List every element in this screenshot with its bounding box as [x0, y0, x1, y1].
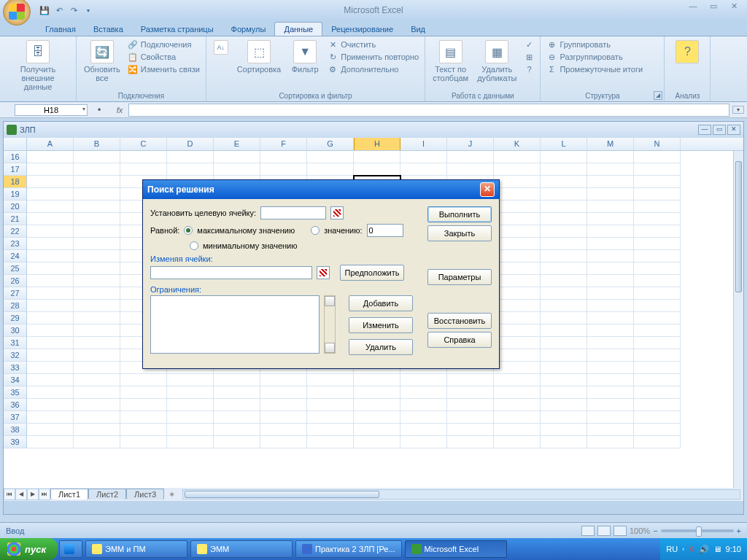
cell[interactable]: [400, 386, 447, 399]
pagebreak-view-button[interactable]: [614, 526, 627, 536]
cell[interactable]: [307, 151, 354, 163]
cell[interactable]: [587, 337, 634, 349]
cell[interactable]: [74, 424, 120, 436]
scrollbar-thumb[interactable]: [735, 161, 742, 292]
cell[interactable]: [27, 411, 74, 424]
row-header[interactable]: 32: [4, 349, 27, 362]
cell[interactable]: [27, 213, 74, 225]
tray-kaspersky-icon[interactable]: K: [689, 545, 694, 553]
cell[interactable]: [587, 362, 634, 374]
sheet-tab[interactable]: Лист2: [88, 489, 126, 499]
cell[interactable]: [587, 163, 634, 176]
restore-button[interactable]: Восстановить: [427, 313, 492, 329]
cell[interactable]: [494, 201, 541, 213]
tab-data[interactable]: Данные: [274, 22, 322, 36]
cell[interactable]: [634, 399, 681, 411]
cell[interactable]: [27, 349, 74, 362]
cell[interactable]: [494, 349, 541, 362]
sheet-tab[interactable]: Лист3: [126, 489, 164, 499]
taskbar-item[interactable]: ЭММ: [190, 540, 293, 558]
edit-links-button[interactable]: 🔀Изменить связи: [126, 63, 201, 75]
zoom-slider[interactable]: [661, 529, 734, 532]
cell[interactable]: [120, 151, 167, 163]
changing-cells-input[interactable]: [150, 266, 312, 279]
radio-min[interactable]: [190, 241, 198, 250]
guess-button[interactable]: Предположить: [340, 265, 404, 281]
cell[interactable]: [587, 238, 634, 250]
delete-constraint-button[interactable]: Удалить: [349, 339, 413, 355]
cell[interactable]: [260, 386, 307, 399]
fx-icon[interactable]: fx: [111, 106, 128, 114]
range-picker-icon[interactable]: [330, 206, 344, 219]
sheet-tab[interactable]: Лист1: [50, 489, 88, 499]
cell[interactable]: [120, 374, 167, 386]
cell[interactable]: [260, 399, 307, 411]
cell[interactable]: [120, 163, 167, 176]
cell[interactable]: [214, 163, 260, 176]
cell[interactable]: [74, 188, 120, 201]
redo-icon[interactable]: ↷: [67, 4, 80, 17]
solver-button[interactable]: ?: [669, 39, 705, 65]
cell[interactable]: [541, 151, 587, 163]
range-picker-icon[interactable]: [317, 266, 330, 279]
cell[interactable]: [27, 250, 74, 262]
cell[interactable]: [120, 411, 167, 424]
cell[interactable]: [587, 399, 634, 411]
cell[interactable]: [587, 324, 634, 337]
cell[interactable]: [307, 424, 354, 436]
cell[interactable]: [74, 201, 120, 213]
cell[interactable]: [634, 436, 681, 448]
cell[interactable]: [634, 201, 681, 213]
cell[interactable]: [541, 238, 587, 250]
cell[interactable]: [587, 349, 634, 362]
cell[interactable]: [541, 374, 587, 386]
cell[interactable]: [541, 213, 587, 225]
cell[interactable]: [634, 362, 681, 374]
radio-max[interactable]: [184, 226, 193, 235]
cell[interactable]: [447, 399, 494, 411]
cell[interactable]: [27, 238, 74, 250]
cell[interactable]: [74, 151, 120, 163]
cell[interactable]: [27, 337, 74, 349]
tab-home[interactable]: Главная: [36, 23, 85, 36]
cell[interactable]: [587, 250, 634, 262]
cell[interactable]: [27, 176, 74, 188]
dialog-launcher-icon[interactable]: ◢: [654, 91, 662, 100]
validation-button[interactable]: ✓: [522, 39, 535, 50]
undo-icon[interactable]: ↶: [53, 4, 66, 17]
vertical-scrollbar[interactable]: [733, 151, 743, 491]
cell[interactable]: [587, 213, 634, 225]
cell[interactable]: [74, 250, 120, 262]
consolidate-button[interactable]: ⊞: [522, 51, 535, 63]
cell[interactable]: [494, 262, 541, 275]
language-indicator[interactable]: RU: [666, 545, 678, 553]
connections-button[interactable]: 🔗Подключения: [126, 39, 201, 50]
cell[interactable]: [307, 399, 354, 411]
cell[interactable]: [167, 151, 214, 163]
cell[interactable]: [260, 424, 307, 436]
cell[interactable]: [494, 424, 541, 436]
cell[interactable]: [447, 374, 494, 386]
value-input[interactable]: [367, 224, 403, 237]
row-header[interactable]: 34: [4, 374, 27, 386]
cell[interactable]: [167, 424, 214, 436]
row-header[interactable]: 19: [4, 188, 27, 201]
ungroup-button[interactable]: ⊖Разгруппировать: [545, 51, 644, 63]
nav-first-icon[interactable]: ⏮: [4, 489, 15, 500]
row-header[interactable]: 16: [4, 151, 27, 163]
row-header[interactable]: 24: [4, 250, 27, 262]
cell[interactable]: [27, 424, 74, 436]
radio-value[interactable]: [311, 226, 320, 235]
cell[interactable]: [27, 262, 74, 275]
row-header[interactable]: 26: [4, 275, 27, 287]
row-header[interactable]: 21: [4, 213, 27, 225]
cell[interactable]: [27, 225, 74, 238]
maximize-button[interactable]: ▭: [705, 1, 722, 13]
column-header[interactable]: K: [494, 138, 541, 150]
cell[interactable]: [214, 399, 260, 411]
cell[interactable]: [541, 362, 587, 374]
cell[interactable]: [74, 238, 120, 250]
cell[interactable]: [307, 411, 354, 424]
cell[interactable]: [167, 399, 214, 411]
cell[interactable]: [634, 262, 681, 275]
